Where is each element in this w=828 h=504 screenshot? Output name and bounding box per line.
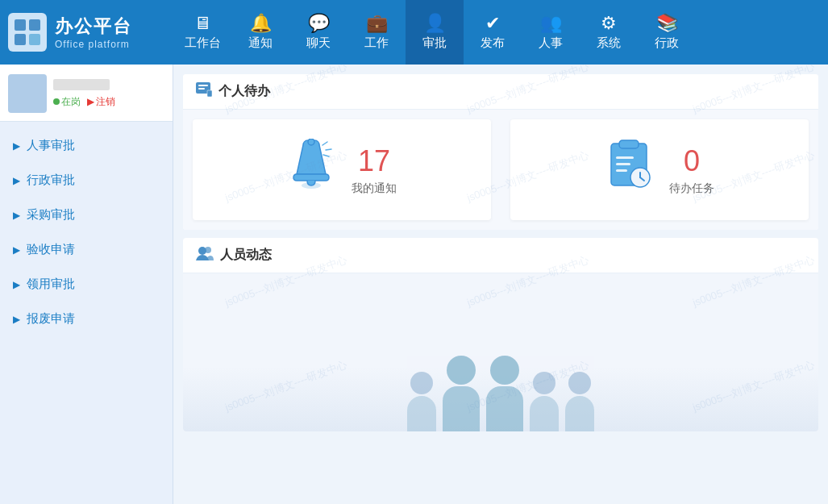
sidebar-label-claim-approve: 领用审批 <box>27 277 75 292</box>
person-body-3 <box>486 386 523 431</box>
notification-info: 17 我的通知 <box>352 144 397 196</box>
nav-item-publish[interactable]: ✔发布 <box>464 0 522 65</box>
sidebar-arrow-scrap-apply: ▶ <box>13 314 20 325</box>
sidebar-item-claim-approve[interactable]: ▶领用审批 <box>0 267 173 302</box>
nav-label-hr: 人事 <box>539 35 563 51</box>
svg-rect-16 <box>616 163 630 165</box>
task-card[interactable]: 0 待办任务 <box>510 119 809 220</box>
personal-todo-title: 个人待办 <box>218 83 270 100</box>
nav-icon-hr: 👥 <box>540 15 562 32</box>
svg-rect-3 <box>29 34 40 45</box>
nav-icon-chat: 💬 <box>308 15 330 32</box>
person-body-1 <box>407 396 436 431</box>
person-body-4 <box>530 396 559 431</box>
nav-item-hr[interactable]: 👥人事 <box>522 0 580 65</box>
notification-icon <box>287 139 335 201</box>
person-head-1 <box>410 372 433 394</box>
sidebar-label-admin-approve: 行政审批 <box>27 173 75 188</box>
nav-label-notice: 通知 <box>248 35 273 51</box>
svg-line-11 <box>326 149 331 150</box>
notification-label: 我的通知 <box>352 181 397 196</box>
logo-text: 办公平台 Office platform <box>55 15 132 50</box>
user-panel: 在岗 ▶ 注销 <box>0 65 173 122</box>
sidebar-item-acceptance-apply[interactable]: ▶验收申请 <box>0 232 173 267</box>
avatar <box>8 74 47 113</box>
app-subname: Office platform <box>55 39 132 50</box>
sidebar-item-admin-approve[interactable]: ▶行政审批 <box>0 163 173 198</box>
task-icon <box>605 139 653 201</box>
nav-icon-notice: 🔔 <box>250 15 272 32</box>
top-navigation: 办公平台 Office platform 🖥工作台🔔通知💬聊天💼工作👤审批✔发布… <box>0 0 828 65</box>
svg-rect-5 <box>198 85 208 86</box>
nav-label-system: 系统 <box>597 35 621 51</box>
nav-icon-workbench: 🖥 <box>193 15 211 32</box>
personal-todo-section: 个人待办 <box>183 74 818 230</box>
sidebar: 在岗 ▶ 注销 ▶人事审批▶行政审批▶采购审批▶验收申请▶领用审批▶报废申请 <box>0 65 173 504</box>
logout-icon: ▶ <box>87 96 94 107</box>
person-1 <box>407 372 436 431</box>
person-head-3 <box>490 356 519 385</box>
svg-rect-14 <box>619 140 639 148</box>
person-body-2 <box>443 386 480 431</box>
nav-icon-work: 💼 <box>366 15 388 32</box>
sidebar-label-hr-approve: 人事审批 <box>27 138 75 153</box>
personnel-dynamics-header: 人员动态 <box>183 238 818 273</box>
app-name: 办公平台 <box>55 15 132 39</box>
sidebar-item-scrap-apply[interactable]: ▶报废申请 <box>0 302 173 336</box>
user-status: 在岗 ▶ 注销 <box>53 95 164 109</box>
personal-todo-header: 个人待办 <box>183 74 818 110</box>
task-info: 0 待办任务 <box>669 144 714 196</box>
nav-item-approve[interactable]: 👤审批 <box>406 0 464 65</box>
sidebar-arrow-purchase-approve: ▶ <box>13 210 20 221</box>
nav-item-system[interactable]: ⚙系统 <box>580 0 638 65</box>
task-label: 待办任务 <box>669 181 714 196</box>
nav-item-workbench[interactable]: 🖥工作台 <box>173 0 231 65</box>
personnel-dynamics-body <box>183 273 818 431</box>
sidebar-label-acceptance-apply: 验收申请 <box>27 242 75 257</box>
nav-item-notice[interactable]: 🔔通知 <box>231 0 289 65</box>
notification-count: 17 <box>352 144 397 178</box>
nav-label-admin: 行政 <box>655 35 679 51</box>
svg-rect-0 <box>15 19 26 31</box>
nav-item-work[interactable]: 💼工作 <box>347 0 406 65</box>
nav-label-publish: 发布 <box>481 35 505 51</box>
todo-cards-row: 17 我的通知 <box>183 110 818 230</box>
sidebar-item-purchase-approve[interactable]: ▶采购审批 <box>0 198 173 232</box>
svg-rect-6 <box>198 88 205 90</box>
sidebar-label-scrap-apply: 报废申请 <box>27 311 75 327</box>
sidebar-item-hr-approve[interactable]: ▶人事审批 <box>0 128 173 163</box>
people-illustration <box>407 356 594 431</box>
nav-icon-publish: ✔ <box>485 15 500 32</box>
logo-icon <box>8 13 47 52</box>
personnel-icon <box>196 246 214 264</box>
nav-icon-approve: 👤 <box>424 15 446 32</box>
nav-label-workbench: 工作台 <box>185 35 221 51</box>
person-3 <box>486 356 523 431</box>
personnel-dynamics-title: 人员动态 <box>220 247 272 264</box>
person-5 <box>565 372 594 431</box>
logo-area: 办公平台 Office platform <box>0 13 173 52</box>
logout-button[interactable]: ▶ 注销 <box>87 95 115 109</box>
nav-icon-admin: 📚 <box>656 15 678 32</box>
nav-item-chat[interactable]: 💬聊天 <box>289 0 347 65</box>
todo-section-icon <box>196 82 212 101</box>
sidebar-menu: ▶人事审批▶行政审批▶采购审批▶验收申请▶领用审批▶报废申请 <box>0 122 173 504</box>
person-head-4 <box>533 372 555 394</box>
person-head-5 <box>568 372 591 394</box>
notification-card[interactable]: 17 我的通知 <box>193 119 491 220</box>
svg-line-12 <box>323 155 329 156</box>
user-name-placeholder <box>53 79 110 90</box>
sidebar-arrow-hr-approve: ▶ <box>13 140 20 152</box>
svg-rect-1 <box>29 19 40 31</box>
main-content: js0005---刘博文----研发中心 js0005---刘博文----研发中… <box>173 65 828 504</box>
personnel-dynamics-section: 人员动态 <box>183 238 818 431</box>
nav-item-admin[interactable]: 📚行政 <box>638 0 696 65</box>
svg-rect-15 <box>616 156 634 159</box>
nav-items: 🖥工作台🔔通知💬聊天💼工作👤审批✔发布👥人事⚙系统📚行政 <box>173 0 828 65</box>
svg-rect-17 <box>616 169 627 172</box>
svg-point-22 <box>205 247 211 253</box>
task-count: 0 <box>669 144 714 178</box>
svg-point-9 <box>308 139 314 145</box>
person-2 <box>443 356 480 431</box>
nav-icon-system: ⚙ <box>601 15 617 32</box>
